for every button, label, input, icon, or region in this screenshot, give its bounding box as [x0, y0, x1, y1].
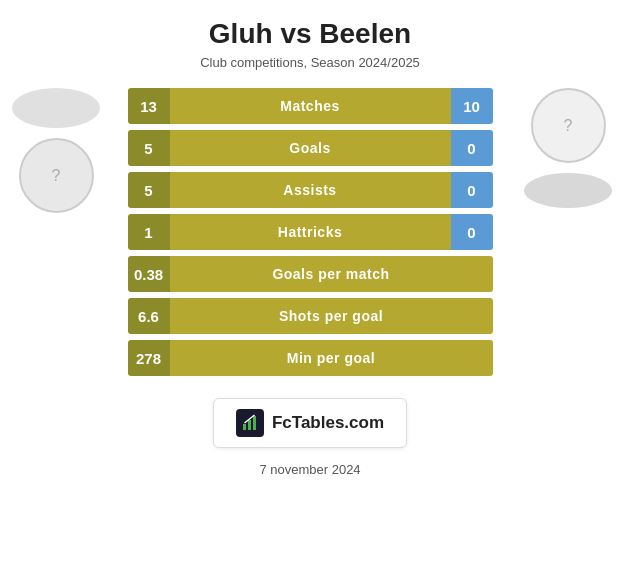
stats-area: 13Matches105Goals05Assists01Hattricks00.… [128, 88, 493, 376]
stat-row-1: 5Goals0 [128, 130, 493, 166]
match-subtitle: Club competitions, Season 2024/2025 [200, 55, 420, 70]
stat-left-value-6: 278 [128, 340, 170, 376]
stat-left-value-4: 0.38 [128, 256, 170, 292]
stat-right-value-0: 10 [451, 88, 493, 124]
stat-label-4: Goals per match [170, 256, 493, 292]
stat-label-6: Min per goal [170, 340, 493, 376]
left-team-logo: ? [19, 138, 94, 213]
main-area: ? ? 13Matches105Goals05Assists01Hattrick… [0, 88, 620, 376]
stat-row-6: 278Min per goal [128, 340, 493, 376]
stat-left-value-1: 5 [128, 130, 170, 166]
stat-row-0: 13Matches10 [128, 88, 493, 124]
stat-left-value-3: 1 [128, 214, 170, 250]
stat-row-5: 6.6Shots per goal [128, 298, 493, 334]
stat-row-2: 5Assists0 [128, 172, 493, 208]
right-team-logo: ? [531, 88, 606, 163]
stat-right-value-3: 0 [451, 214, 493, 250]
stat-label-1: Goals [170, 130, 451, 166]
stat-left-value-2: 5 [128, 172, 170, 208]
right-ellipse-bottom [524, 173, 612, 208]
left-logo-placeholder: ? [52, 167, 61, 185]
stat-row-3: 1Hattricks0 [128, 214, 493, 250]
fctables-icon [236, 409, 264, 437]
svg-rect-0 [243, 424, 246, 430]
fctables-text: FcTables.com [272, 413, 384, 433]
stat-right-value-1: 0 [451, 130, 493, 166]
stat-row-4: 0.38Goals per match [128, 256, 493, 292]
left-ellipse-top [12, 88, 100, 128]
page-container: Gluh vs Beelen Club competitions, Season… [0, 0, 620, 580]
svg-rect-1 [248, 420, 251, 430]
stat-right-value-2: 0 [451, 172, 493, 208]
stat-left-value-0: 13 [128, 88, 170, 124]
stat-label-5: Shots per goal [170, 298, 493, 334]
stat-label-3: Hattricks [170, 214, 451, 250]
right-team-avatar: ? [524, 88, 612, 208]
fctables-logo: FcTables.com [213, 398, 407, 448]
fctables-svg-icon [241, 414, 259, 432]
stat-label-0: Matches [170, 88, 451, 124]
svg-rect-2 [253, 416, 256, 430]
left-team-avatar: ? [12, 88, 100, 213]
stat-left-value-5: 6.6 [128, 298, 170, 334]
match-date: 7 november 2024 [259, 462, 360, 477]
match-title: Gluh vs Beelen [209, 18, 411, 50]
right-logo-placeholder: ? [564, 117, 573, 135]
stat-label-2: Assists [170, 172, 451, 208]
